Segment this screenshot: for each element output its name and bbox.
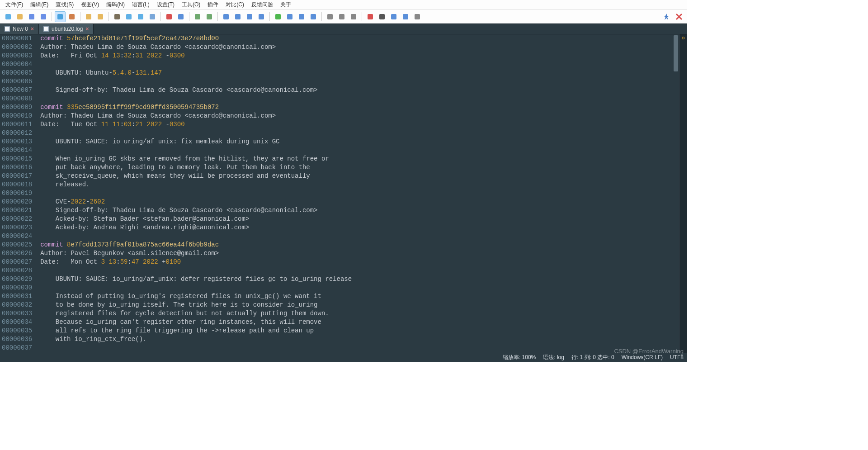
tab-label: ubuntu20.log (52, 26, 83, 32)
code-editor[interactable]: 00000001 00000002 00000003 00000004 0000… (0, 34, 687, 360)
panel-split-icon[interactable] (336, 11, 347, 22)
menu-设置[interactable]: 设置(T) (153, 0, 178, 9)
menu-关于[interactable]: 关于 (277, 0, 295, 9)
svg-rect-7 (98, 14, 103, 19)
file-icon (5, 26, 10, 32)
panel-left-icon[interactable] (325, 11, 335, 22)
menu-插件[interactable]: 插件 (204, 0, 222, 9)
highlight-blue-icon[interactable] (175, 11, 186, 22)
tab-New-0[interactable]: New 0× (0, 24, 39, 34)
open-folder-icon[interactable] (14, 11, 25, 22)
svg-rect-21 (287, 14, 292, 19)
stop-icon[interactable] (377, 11, 387, 22)
svg-rect-10 (138, 14, 143, 19)
status-position: 行: 1 列: 0 选中: 0 (571, 354, 614, 361)
step-icon[interactable] (388, 11, 399, 22)
status-bar: 缩放率: 100% 语法: log 行: 1 列: 0 选中: 0 Window… (0, 353, 687, 362)
wrap-icon[interactable] (256, 11, 267, 22)
svg-rect-29 (391, 14, 396, 19)
redo-icon[interactable] (95, 11, 106, 22)
highlight-red-icon[interactable] (164, 11, 175, 22)
svg-rect-18 (247, 14, 252, 19)
svg-rect-26 (351, 14, 356, 19)
zoom-in-icon[interactable] (192, 11, 203, 22)
fast-icon[interactable] (400, 11, 411, 22)
binoculars-icon[interactable] (112, 11, 123, 22)
align-left-icon[interactable] (221, 11, 231, 22)
menu-编辑[interactable]: 编辑(E) (27, 0, 52, 9)
svg-rect-17 (235, 14, 241, 19)
chevron-down-icon[interactable]: » (679, 34, 687, 42)
panel-right-icon[interactable] (348, 11, 359, 22)
change-marker-strip[interactable]: » (679, 34, 687, 360)
svg-rect-14 (195, 14, 200, 19)
svg-rect-27 (368, 14, 373, 19)
close-icon[interactable]: × (85, 26, 89, 32)
svg-rect-31 (415, 14, 420, 19)
line-number-gutter: 00000001 00000002 00000003 00000004 0000… (0, 34, 35, 360)
vertical-scrollbar[interactable] (673, 34, 679, 360)
cut-icon[interactable] (66, 11, 77, 22)
tab-bar: New 0×ubuntu20.log× (0, 24, 687, 34)
menu-文件[interactable]: 文件(F) (2, 0, 27, 9)
svg-rect-30 (403, 14, 408, 19)
new-file-icon[interactable] (3, 11, 14, 22)
svg-rect-13 (178, 14, 184, 19)
toolbar (0, 10, 687, 24)
play-green-icon[interactable] (273, 11, 283, 22)
menu-编码[interactable]: 编码(N) (103, 0, 128, 9)
svg-rect-4 (57, 14, 63, 19)
svg-rect-16 (223, 14, 229, 19)
menu-视图[interactable]: 视图(V) (77, 0, 103, 9)
tab-ubuntu20-log[interactable]: ubuntu20.log× (39, 24, 94, 34)
svg-rect-0 (5, 14, 11, 19)
indent-increase-icon[interactable] (244, 11, 255, 22)
link-icon[interactable] (296, 11, 307, 22)
svg-rect-25 (339, 14, 344, 19)
save-icon[interactable] (26, 11, 37, 22)
svg-rect-28 (379, 14, 385, 19)
tab-label: New 0 (13, 26, 28, 32)
compare-icon[interactable] (308, 11, 319, 22)
clipboard-icon[interactable] (55, 11, 66, 22)
svg-rect-9 (126, 14, 132, 19)
svg-rect-8 (114, 14, 120, 19)
status-eol[interactable]: Windows(CR LF) (622, 354, 663, 360)
menu-查找[interactable]: 查找(S) (52, 0, 77, 9)
code-area[interactable]: commit 57bcefe21bd81e71f199f5cef2ca473e2… (35, 34, 673, 360)
status-zoom[interactable]: 缩放率: 100% (503, 354, 536, 361)
status-encoding[interactable]: UTF8 (670, 354, 684, 360)
svg-rect-24 (327, 14, 333, 19)
undo-icon[interactable] (83, 11, 94, 22)
menu-语言[interactable]: 语言(L) (128, 0, 153, 9)
menu-bar: 文件(F)编辑(E)查找(S)视图(V)编码(N)语言(L)设置(T)工具(O)… (0, 0, 687, 10)
pin-icon[interactable] (661, 11, 672, 22)
record-icon[interactable] (365, 11, 376, 22)
doc-search-icon[interactable] (135, 11, 146, 22)
svg-rect-2 (29, 14, 34, 19)
file-icon (43, 26, 49, 32)
indent-guide-icon[interactable] (147, 11, 158, 22)
svg-rect-19 (259, 14, 264, 19)
zoom-out-icon[interactable] (204, 11, 215, 22)
svg-rect-1 (17, 14, 23, 19)
svg-rect-5 (69, 14, 75, 19)
find-replace-icon[interactable] (123, 11, 134, 22)
menu-对比[interactable]: 对比(C) (222, 0, 248, 9)
svg-rect-22 (299, 14, 304, 19)
status-language[interactable]: 语法: log (543, 354, 564, 361)
menu-工具[interactable]: 工具(O) (178, 0, 204, 9)
menu-反馈问题[interactable]: 反馈问题 (248, 0, 277, 9)
svg-rect-15 (207, 14, 212, 19)
save-all-icon[interactable] (38, 11, 49, 22)
indent-decrease-icon[interactable] (232, 11, 243, 22)
svg-rect-12 (166, 14, 172, 19)
close-icon[interactable]: × (31, 26, 34, 32)
scrollbar-thumb[interactable] (674, 35, 678, 71)
play-blue-icon[interactable] (284, 11, 295, 22)
close-red-icon[interactable] (674, 11, 684, 22)
svg-rect-6 (86, 14, 91, 19)
svg-rect-20 (275, 14, 281, 19)
export-icon[interactable] (412, 11, 423, 22)
svg-rect-3 (41, 14, 46, 19)
